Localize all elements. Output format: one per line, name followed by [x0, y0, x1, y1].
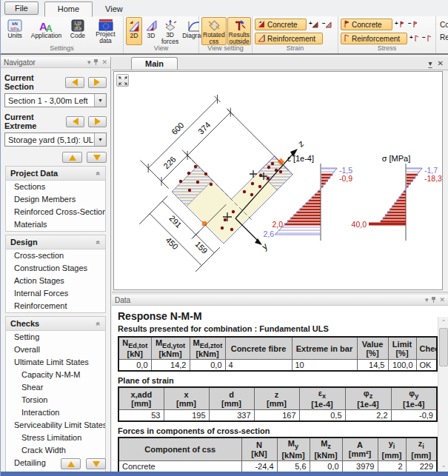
stress-reinf-minus-button[interactable]: −: [421, 33, 433, 44]
view-2d-button[interactable]: 2D: [126, 17, 142, 45]
units-button[interactable]: kNMPa Units: [3, 17, 27, 45]
results-outside-icon: [233, 19, 246, 32]
strain-concrete-icon: [258, 20, 265, 30]
strain-minus-button[interactable]: −: [321, 19, 333, 30]
sidebar-item-internal-forces[interactable]: Internal Forces: [6, 287, 105, 300]
sidebar-item-serviceability-limit-states[interactable]: Serviceability Limit States: [6, 419, 105, 432]
sidebar-item-materials[interactable]: Materials: [6, 218, 105, 231]
sidebar-item-reinforcement[interactable]: Reinforcement: [6, 300, 105, 312]
view-3d-forces-button[interactable]: 3D forces: [160, 17, 180, 45]
strain-plus-button[interactable]: +: [308, 19, 320, 30]
next-extreme-button[interactable]: [88, 116, 107, 127]
svg-text:25,8: 25,8: [74, 27, 81, 31]
column-header: Mz[kNm]: [310, 438, 342, 460]
sidebar-item-stress-limitation[interactable]: Stress Limitation: [6, 432, 105, 444]
column-header: x[mm]: [164, 387, 209, 410]
sidebar-item-torsion[interactable]: Torsion: [6, 394, 105, 406]
extreme-up-button[interactable]: [62, 152, 82, 163]
dropdown-arrow-icon: ▼: [94, 133, 106, 146]
column-header: Limit[%]: [388, 337, 416, 360]
code-button[interactable]: 1,155025,8 Code: [66, 17, 90, 45]
sidebar-item-reinforced-cross-sections[interactable]: Reinforced Cross-Sections: [6, 206, 105, 218]
dim-159-label: 159: [193, 240, 209, 255]
sidebar-item-ultimate-limit-states[interactable]: Ultimate Limit States: [6, 356, 105, 369]
close-icon[interactable]: ✕: [438, 59, 444, 67]
sidebar-item-capacity-nmm[interactable]: Capacity N-M-M: [6, 369, 105, 381]
drawing-canvas[interactable]: z y 600 226 374: [113, 71, 443, 290]
stress-concrete-icon: [344, 20, 350, 30]
sidebar-item-construction-stages[interactable]: Construction Stages: [6, 262, 105, 275]
sidebar-item-action-stages[interactable]: Action Stages: [6, 275, 105, 287]
column-header: N[kN]: [241, 438, 277, 460]
project-data-button[interactable]: Project data: [90, 17, 121, 45]
tab-view[interactable]: View: [93, 2, 136, 16]
ribbon-group-stress: Concrete + − Reinforcement + − Str: [338, 16, 436, 53]
prev-section-button[interactable]: [65, 77, 84, 88]
close-icon[interactable]: ✕: [101, 58, 107, 66]
extreme-down-button[interactable]: [87, 152, 107, 163]
results-outside-button[interactable]: Results outside: [227, 17, 251, 45]
scroll-up-icon[interactable]: ⌃: [439, 318, 448, 327]
sidebar-item-interaction[interactable]: Interaction: [6, 406, 105, 419]
column-header: d[mm]: [209, 387, 254, 410]
rotated-css-label: Rotated css: [203, 32, 225, 45]
scrollbar-thumb[interactable]: [439, 328, 448, 366]
tab-file[interactable]: File: [4, 1, 39, 15]
nav-scroll-up-button[interactable]: [61, 458, 81, 469]
tab-home[interactable]: Home: [44, 1, 93, 17]
close-icon[interactable]: ✕: [439, 296, 445, 304]
zoom-extents-icon: [118, 76, 127, 85]
tab-main[interactable]: Main: [131, 57, 178, 70]
stress-concrete-plus-button[interactable]: +: [394, 19, 406, 30]
panel-menu-icon[interactable]: ▾: [87, 58, 91, 66]
sidebar-item-shear[interactable]: Shear: [6, 381, 105, 394]
zoom-extents-button[interactable]: [116, 74, 129, 87]
prev-extreme-button[interactable]: [66, 116, 84, 127]
current-section-select[interactable]: Section 1 - 3,00m Left ▼: [4, 93, 107, 107]
results-concrete-item[interactable]: Concrete: [438, 19, 448, 30]
sidebar-item-cross-section[interactable]: Cross-section: [6, 249, 105, 262]
data-titlebar: Data ▾✕: [112, 295, 448, 306]
pin-icon[interactable]: [93, 58, 98, 67]
stress-reinf-plus-button[interactable]: +: [409, 33, 421, 44]
strain-reinforcement-icon: [258, 34, 265, 44]
dim-600-label: 600: [170, 121, 185, 136]
current-extreme-label: Current Extreme: [4, 113, 62, 130]
collapse-chevron-icon: «: [95, 240, 103, 244]
strain-concrete-top-value: -0,9: [339, 174, 352, 183]
svg-text:MPa: MPa: [10, 27, 19, 31]
sidebar-item-setting[interactable]: Setting: [6, 331, 105, 343]
stress-reinforcement-toggle[interactable]: Reinforcement: [341, 33, 407, 44]
nav-group-header-project-data[interactable]: Project Data«: [6, 167, 105, 181]
svg-text:+: +: [309, 20, 312, 27]
dim-291-label: 291: [167, 214, 183, 229]
scroll-down-icon[interactable]: ⌄: [439, 460, 448, 470]
pin-icon[interactable]: [431, 296, 436, 304]
stress-concrete-toggle[interactable]: Concrete: [341, 19, 392, 30]
nav-scroll-down-button[interactable]: [86, 458, 106, 469]
rotated-css-button[interactable]: Rotated css: [201, 17, 227, 45]
strain-concrete-toggle[interactable]: Concrete: [255, 19, 307, 30]
panel-menu-icon[interactable]: ▾: [425, 296, 429, 304]
sidebar-item-design-members[interactable]: Design Members: [6, 193, 105, 206]
ribbon-tab-bar: File Home View: [1, 0, 448, 16]
window-bottom-border: [1, 472, 448, 476]
view-3d-button[interactable]: 3D: [143, 17, 159, 45]
sidebar-item-sections[interactable]: Sections: [6, 181, 105, 193]
nav-group-header-checks[interactable]: Checks«: [6, 317, 105, 331]
sidebar-item-overall[interactable]: Overall: [6, 343, 105, 356]
current-extreme-select[interactable]: Storage yard (5,1d): ULS Funda ▼: [4, 133, 107, 147]
column-header: Concrete fibre: [225, 337, 292, 360]
next-section-button[interactable]: [88, 77, 107, 88]
rotated-css-icon: [207, 19, 221, 32]
3d-icon: [144, 19, 158, 33]
strain-reinforcement-toggle[interactable]: Reinforcement: [255, 33, 323, 44]
nav-group-header-design[interactable]: Design«: [6, 235, 105, 249]
column-header: Value[%]: [357, 337, 388, 360]
vertical-scrollbar[interactable]: ⌃ ⌄: [438, 317, 448, 472]
stress-concrete-minus-button[interactable]: −: [407, 19, 419, 30]
application-button[interactable]: AA Application: [27, 17, 65, 45]
sidebar-item-crack-width[interactable]: Crack Width: [6, 444, 105, 457]
results-reinforcement-item[interactable]: Reinforcement: [438, 32, 448, 42]
window-position-icon[interactable]: ▾̲: [429, 59, 432, 67]
